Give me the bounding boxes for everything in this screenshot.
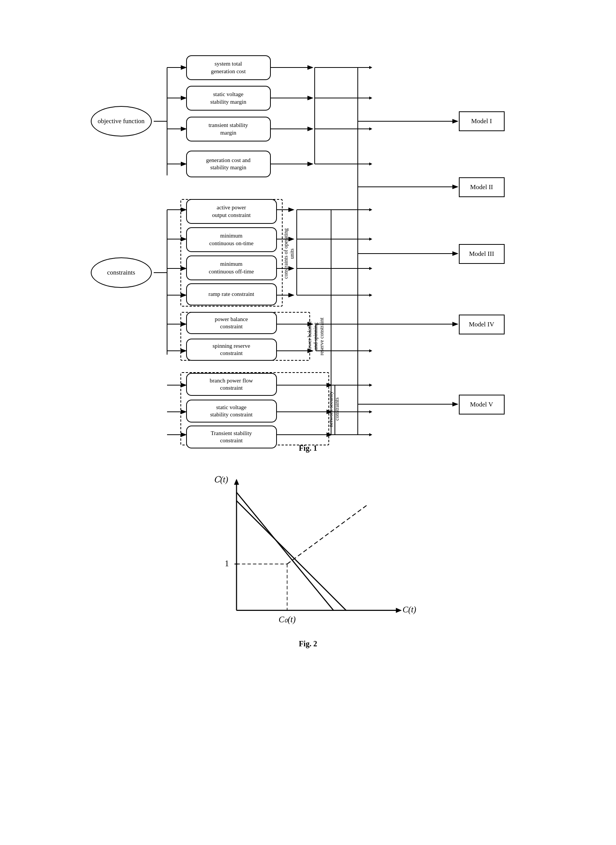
- fig1-diagram: objective function constraints system to…: [79, 23, 537, 435]
- nc-item-1: branch power flowconstraint: [186, 373, 277, 396]
- constraints-label: constraints: [107, 269, 135, 276]
- power-balance-rotated-text: power balanceand spinningreserve constra…: [307, 317, 325, 355]
- network-constraints-label: network securityconstraints: [330, 374, 338, 445]
- uc-item-2: minimumcontinuous on-time: [186, 227, 277, 252]
- svg-marker-82: [369, 267, 372, 270]
- pb-item-1-text: power balanceconstraint: [215, 316, 248, 331]
- model-3-box: Model III: [459, 244, 505, 264]
- svg-marker-80: [369, 208, 372, 211]
- nc-item-3: Transient stabilityconstraint: [186, 426, 277, 448]
- model-1-label: Model I: [471, 117, 492, 125]
- uc-item-1: active poweroutput constraint: [186, 199, 277, 224]
- nc-item-2: static voltagestability constraint: [186, 400, 277, 422]
- svg-marker-87: [369, 433, 372, 436]
- model-1-box: Model I: [459, 111, 505, 131]
- obj-item-2-text: static voltagestability margin: [210, 91, 246, 106]
- pb-item-2-text: spinning reserveconstraint: [212, 342, 250, 357]
- model-3-label: Model III: [469, 250, 494, 258]
- model-4-label: Model IV: [469, 321, 494, 328]
- x-axis-label: C(t): [402, 605, 416, 614]
- svg-marker-81: [369, 238, 372, 241]
- obj-item-2: static voltagestability margin: [186, 86, 271, 111]
- objective-function-label: objective function: [98, 117, 145, 125]
- svg-marker-83: [369, 294, 372, 297]
- svg-marker-86: [369, 410, 372, 413]
- y-axis-label: C̃(t): [214, 476, 228, 484]
- uc-item-4: ramp rate constraint: [186, 283, 277, 305]
- constraints-ellipse: constraints: [91, 257, 152, 288]
- y-value-1-label: 1: [225, 559, 229, 568]
- model-4-box: Model IV: [459, 315, 505, 334]
- fig2-chart: C̃(t) C(t): [194, 476, 423, 636]
- pb-item-2: spinning reserveconstraint: [186, 339, 277, 361]
- nc-item-2-text: static voltagestability constraint: [210, 404, 253, 419]
- objective-function-ellipse: objective function: [91, 106, 152, 137]
- fig2-svg: C̃(t) C(t): [194, 476, 423, 636]
- obj-item-4: generation cost andstability margin: [186, 151, 271, 177]
- page: objective function constraints system to…: [0, 0, 616, 845]
- svg-line-92: [236, 501, 346, 610]
- svg-line-93: [236, 492, 333, 610]
- nc-item-3-text: Transient stabilityconstraint: [211, 430, 252, 445]
- svg-marker-91: [396, 608, 401, 613]
- svg-marker-76: [369, 66, 372, 69]
- unit-constraints-rotated-text: constraints of operatingunits: [283, 228, 295, 279]
- fig2-label: Fig. 2: [15, 639, 601, 648]
- uc-item-3: minimumcontinuous off-time: [186, 255, 277, 280]
- uc-item-1-text: active poweroutput constraint: [212, 204, 251, 219]
- nc-item-1-text: branch power flowconstraint: [210, 377, 253, 392]
- svg-marker-79: [369, 162, 372, 165]
- model-2-box: Model II: [459, 177, 505, 197]
- uc-item-2-text: minimumcontinuous on-time: [209, 232, 253, 247]
- svg-marker-84: [369, 349, 372, 352]
- uc-item-4-text: ramp rate constraint: [209, 291, 254, 298]
- model-2-label: Model II: [470, 183, 493, 191]
- power-balance-label: power balanceand spinningreserve constra…: [312, 313, 320, 360]
- obj-item-4-text: generation cost andstability margin: [206, 157, 251, 172]
- pb-item-1: power balanceconstraint: [186, 312, 277, 334]
- c0t-label: C₀(t): [278, 615, 296, 624]
- unit-constraints-label: constraints of operatingunits: [285, 202, 293, 305]
- obj-item-3-text: transient stabilitymargin: [209, 122, 248, 137]
- model-5-box: Model V: [459, 395, 505, 414]
- svg-marker-78: [369, 127, 372, 130]
- obj-item-1: system totalgeneration cost: [186, 55, 271, 80]
- uc-item-3-text: minimumcontinuous off-time: [209, 260, 254, 275]
- obj-item-1-text: system totalgeneration cost: [211, 60, 246, 75]
- svg-line-94: [287, 505, 367, 564]
- network-constraints-rotated-text: network securityconstraints: [328, 391, 340, 427]
- svg-marker-77: [369, 96, 372, 100]
- svg-marker-85: [369, 384, 372, 387]
- obj-item-3: transient stabilitymargin: [186, 117, 271, 141]
- svg-marker-89: [234, 479, 239, 485]
- model-5-label: Model V: [470, 401, 493, 408]
